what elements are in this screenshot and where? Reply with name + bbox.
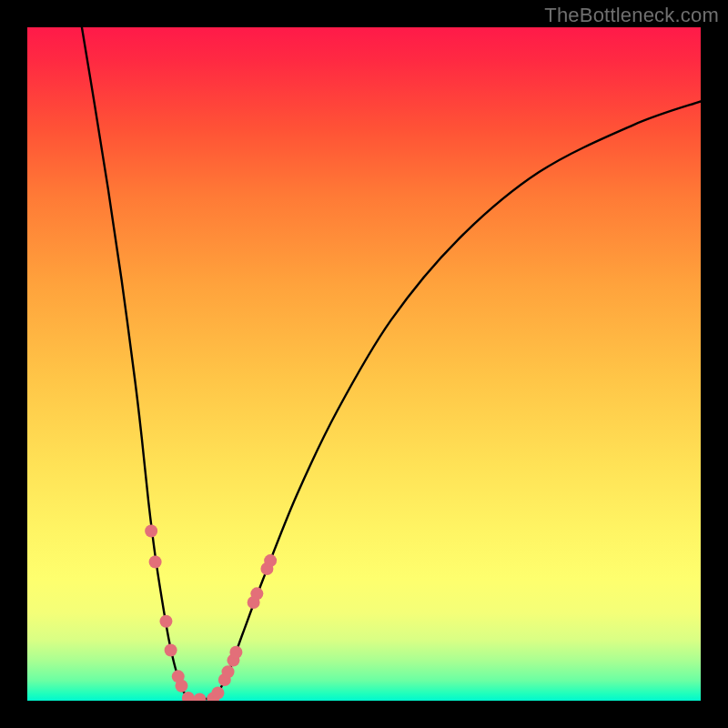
marker-dot — [165, 644, 177, 657]
marker-dot — [149, 556, 162, 569]
curve-group — [82, 27, 701, 700]
plot-area — [27, 27, 701, 701]
marker-dot — [193, 693, 206, 701]
marker-dot — [229, 646, 242, 659]
marker-dot — [222, 665, 235, 678]
outer-frame: TheBottleneck.com — [0, 0, 728, 728]
marker-dot — [159, 615, 172, 628]
marker-dot — [250, 587, 263, 600]
marker-dot — [175, 680, 187, 693]
bottleneck-curve — [82, 27, 701, 700]
marker-dot — [264, 554, 277, 567]
marker-dot — [211, 686, 224, 699]
chart-svg — [27, 27, 701, 701]
marker-dot — [145, 525, 157, 538]
watermark-text: TheBottleneck.com — [544, 4, 719, 27]
